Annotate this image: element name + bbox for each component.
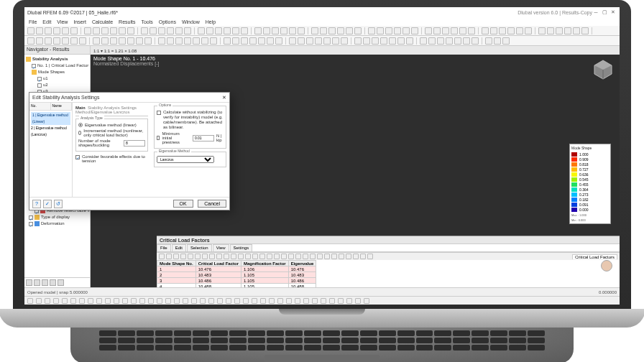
tree-item[interactable]: Deformation [41,221,65,227]
table-tab-active[interactable]: Critical Load Factors [572,254,617,259]
radio-eigenvalue[interactable] [78,123,83,127]
toolbar-button[interactable] [547,27,554,34]
dialog-titlebar[interactable]: Edit Stability Analysis Settings ✕ [29,93,229,103]
table-tool-button[interactable] [274,254,280,259]
toolbar-button[interactable] [289,37,296,45]
toolbar-button[interactable] [224,27,231,34]
table-cell[interactable]: 10.483 [288,272,316,278]
menu-file[interactable]: File [29,19,37,24]
table-header[interactable]: Critical Load Factor [196,261,241,266]
table-tool-button[interactable] [310,254,316,259]
statusbar-button[interactable] [329,298,335,304]
toolbar-button[interactable] [258,37,265,45]
toolbar-button[interactable] [463,37,470,45]
statusbar-button[interactable] [157,298,162,304]
toolbar-button[interactable] [45,27,52,34]
statusbar-button[interactable] [355,298,361,304]
table-cell[interactable]: 1.106 [242,266,289,272]
toolbar-button[interactable] [141,27,148,34]
tree-root[interactable]: Stability Analysis [32,56,68,62]
table-tool-button[interactable] [267,254,272,259]
toolbar-button[interactable] [485,37,492,45]
toolbar-button[interactable] [437,37,444,45]
toolbar-button[interactable] [442,27,449,34]
statusbar-button[interactable] [88,298,93,304]
table-header[interactable]: Eigenvalue [288,261,316,266]
avatar[interactable] [601,260,612,272]
statusbar-button[interactable] [277,298,283,304]
toolbar-button[interactable] [468,27,475,34]
table-tool-button[interactable] [281,254,287,259]
statusbar-button[interactable] [174,298,180,304]
toolbar-button[interactable] [372,37,379,45]
table-tool-button[interactable] [360,254,366,259]
dialog-close-icon[interactable]: ✕ [222,95,226,101]
toolbar-button[interactable] [53,37,60,45]
tree-checkbox[interactable] [37,83,42,88]
statusbar-button[interactable] [27,298,33,304]
toolbar-button[interactable] [215,27,222,34]
statusbar-button[interactable] [252,298,257,304]
table-tool-button[interactable] [259,254,265,259]
tree-item[interactable]: Type of display [41,214,70,221]
toolbar-button[interactable] [451,27,458,34]
toolbar-button[interactable] [516,27,523,34]
table-menu[interactable]: File [157,244,171,251]
dialog-list-item-selected[interactable]: 1 | Eigenvalue method (Linear) [31,112,70,125]
toolbar-button[interactable] [494,37,501,45]
toolbar-button[interactable] [337,27,344,34]
table-cell[interactable]: 3 [157,278,196,284]
toolbar-button[interactable] [79,37,86,45]
toolbar-button[interactable] [62,37,69,45]
toolbar-button[interactable] [385,27,392,34]
toolbar-button[interactable] [27,37,34,45]
statusbar-button[interactable] [36,298,42,304]
toolbar-button[interactable] [507,27,515,34]
table-tool-button[interactable] [188,254,193,259]
toolbar-button[interactable] [502,37,510,45]
toolbar-button[interactable] [402,27,410,34]
table-cell[interactable]: 10.483 [196,272,241,278]
table-tool-button[interactable] [331,254,337,259]
table-cell[interactable]: 1 [157,266,196,272]
statusbar-button[interactable] [312,298,318,304]
nav-footer-icon[interactable] [58,279,64,286]
table-tool-button[interactable] [195,254,201,259]
table-tool-button[interactable] [173,254,179,259]
toolbar-button[interactable] [275,37,282,45]
statusbar-button[interactable] [53,298,59,304]
toolbar-button[interactable] [232,37,239,45]
toolbar-button[interactable] [263,27,270,34]
statusbar-button[interactable] [234,298,240,304]
dialog-apply-icon[interactable]: ✓ [43,200,52,208]
tree-mode[interactable]: u2 [43,82,48,88]
table-tool-button[interactable] [209,254,215,259]
table-cell[interactable]: 1.105 [242,284,289,288]
table-tool-button[interactable] [295,254,301,259]
tree-modeshapes[interactable]: Mode Shapes [38,69,65,75]
table-menu[interactable]: Edit [172,244,186,251]
menu-tools[interactable]: Tools [141,19,152,24]
min-button[interactable]: ─ [592,9,599,16]
toolbar-button[interactable] [428,37,436,45]
toolbar-button[interactable] [538,27,546,34]
dialog-list[interactable]: 1 | Eigenvalue method (Linear) 2 | Eigen… [29,111,72,139]
toolbar-button[interactable] [249,37,257,45]
table-cell[interactable]: 10.488 [288,284,316,288]
toolbar-button[interactable] [158,27,165,34]
statusbar-button[interactable] [122,298,128,304]
table-tool-button[interactable] [317,254,323,259]
viewport-scale[interactable]: 1:1 ▾ 1:1 = 1.21 × 1.08 [93,48,137,53]
toolbar-button[interactable] [280,27,288,34]
toolbar-button[interactable] [267,37,274,45]
table-tool-button[interactable] [353,254,359,259]
toolbar-button[interactable] [210,37,217,45]
toolbar-button[interactable] [323,37,331,45]
toolbar-button[interactable] [70,37,78,45]
table-tool-button[interactable] [339,254,344,259]
statusbar-button[interactable] [208,298,214,304]
toolbar-button[interactable] [175,37,183,45]
statusbar-button[interactable] [45,298,50,304]
cancel-button[interactable]: Cancel [198,200,226,208]
toolbar-button[interactable] [298,27,305,34]
